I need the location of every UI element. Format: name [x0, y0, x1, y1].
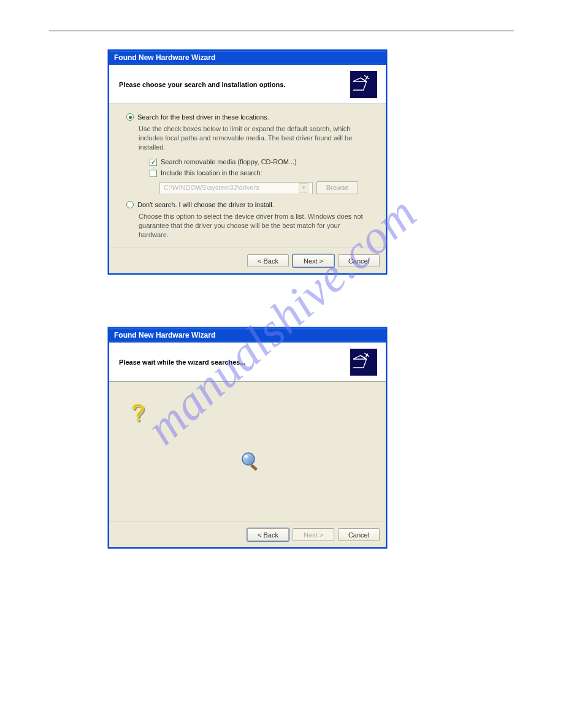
checkbox-label: Include this location in the search:	[161, 169, 262, 178]
path-input-value: C:\WINDOWS\system32\drivers	[164, 183, 259, 192]
radio1-description: Use the check boxes below to limit or ex…	[139, 124, 370, 152]
chevron-down-icon: ▾	[299, 183, 308, 193]
svg-point-3	[137, 419, 140, 422]
back-button[interactable]: < Back	[247, 254, 289, 267]
dialog-header-title: Please wait while the wizard searches...	[119, 358, 246, 366]
next-button: Next >	[293, 528, 334, 541]
svg-rect-6	[250, 464, 257, 471]
radio-dont-search[interactable]: Don't search. I will choose the driver t…	[126, 200, 375, 210]
page-divider-top	[49, 31, 514, 31]
checkbox-icon	[150, 159, 157, 166]
radio-search-best-driver[interactable]: Search for the best driver in these loca…	[126, 113, 375, 122]
radio-icon	[126, 113, 134, 121]
dialog-titlebar: Found New Hardware Wizard	[109, 51, 386, 65]
radio-icon	[126, 201, 134, 208]
checkbox-include-location[interactable]: Include this location in the search:	[150, 169, 375, 178]
question-mark-icon	[130, 403, 375, 426]
svg-point-4	[242, 453, 255, 465]
dialog-header: Please wait while the wizard searches...	[109, 343, 386, 382]
dialog-button-bar: < Back Next > Cancel	[109, 521, 386, 547]
radio-label: Don't search. I will choose the driver t…	[137, 200, 274, 210]
hardware-wizard-searching-dialog: Found New Hardware Wizard Please wait wh…	[108, 327, 387, 548]
dialog-title: Found New Hardware Wizard	[114, 53, 215, 62]
checkbox-label: Search removable media (floppy, CD-ROM..…	[161, 157, 297, 167]
checkbox-removable-media[interactable]: Search removable media (floppy, CD-ROM..…	[150, 157, 375, 167]
dialog-titlebar: Found New Hardware Wizard	[109, 328, 386, 343]
next-button[interactable]: Next >	[293, 254, 334, 267]
dialog-header-title: Please choose your search and installati…	[119, 81, 285, 88]
svg-rect-1	[353, 359, 367, 368]
dialog-title: Found New Hardware Wizard	[114, 331, 215, 339]
location-path-dropdown: C:\WINDOWS\system32\drivers ▾	[159, 182, 313, 194]
cancel-button[interactable]: Cancel	[338, 254, 380, 267]
svg-rect-0	[353, 82, 367, 90]
dialog-button-bar: < Back Next > Cancel	[109, 248, 386, 273]
svg-point-5	[243, 455, 248, 458]
checkbox-icon	[150, 170, 157, 177]
radio2-description: Choose this option to select the device …	[139, 212, 370, 240]
dialog-body: Search for the best driver in these loca…	[109, 104, 386, 248]
dialog-header: Please choose your search and installati…	[109, 65, 386, 104]
browse-button: Browse	[316, 181, 358, 194]
wizard-icon	[350, 71, 377, 98]
magnifying-glass-icon	[126, 450, 375, 472]
dialog-body	[109, 382, 386, 521]
wizard-icon	[350, 349, 377, 376]
cancel-button[interactable]: Cancel	[338, 528, 380, 541]
back-button[interactable]: < Back	[247, 528, 289, 541]
hardware-wizard-options-dialog: Found New Hardware Wizard Please choose …	[108, 50, 387, 275]
radio-label: Search for the best driver in these loca…	[137, 113, 269, 122]
